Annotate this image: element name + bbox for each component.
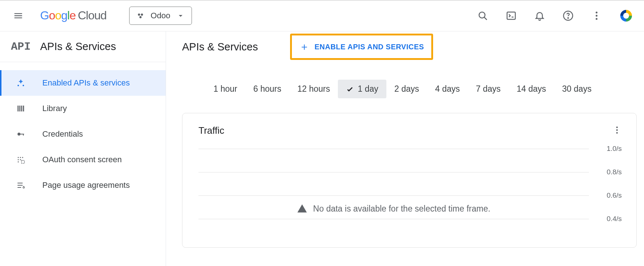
svg-point-32: [616, 126, 618, 128]
time-range-7days[interactable]: 7 days: [468, 80, 509, 98]
google-cloud-logo[interactable]: Google Cloud: [40, 9, 107, 22]
svg-rect-14: [18, 106, 19, 111]
svg-point-12: [18, 85, 19, 86]
svg-point-11: [623, 13, 629, 19]
card-title: Traffic: [198, 125, 612, 136]
warning-icon: [297, 204, 307, 214]
sidebar-section-title: APIs & Services: [40, 41, 116, 53]
check-icon: [346, 85, 354, 93]
topbar-actions: [476, 8, 634, 23]
sidebar-item-library[interactable]: Library: [0, 96, 166, 121]
more-button[interactable]: [590, 9, 603, 22]
page-title: APIs & Services: [182, 41, 258, 53]
consent-screen-icon: [15, 155, 26, 164]
svg-point-34: [616, 132, 618, 133]
svg-point-3: [479, 12, 485, 18]
plus-icon: ＋: [299, 40, 309, 54]
enable-apis-button[interactable]: ＋ ENABLE APIS AND SERVICES: [290, 34, 433, 60]
cloud-shell-icon: [506, 10, 517, 21]
y-tick: 0.6/s: [607, 191, 622, 200]
time-range-selector: 1 hour 6 hours 12 hours 1 day 2 days 4 d…: [182, 80, 637, 98]
time-range-2days[interactable]: 2 days: [386, 80, 427, 98]
y-tick: 1.0/s: [607, 145, 622, 153]
svg-point-1: [141, 14, 143, 16]
traffic-chart: 1.0/s 0.8/s 0.6/s 0.4/s No data is avail…: [198, 149, 622, 244]
time-range-1hour[interactable]: 1 hour: [205, 80, 245, 98]
chevron-down-icon: [176, 11, 185, 20]
svg-point-22: [18, 159, 19, 160]
svg-rect-15: [19, 106, 20, 111]
enable-apis-label: ENABLE APIS AND SERVICES: [315, 43, 424, 51]
project-picker[interactable]: Odoo: [129, 7, 192, 25]
sidebar-item-credentials[interactable]: Credentials: [0, 121, 166, 147]
no-data-text: No data is available for the selected ti…: [313, 204, 490, 214]
sidebar-item-enabled-apis[interactable]: Enabled APIs & services: [0, 70, 166, 96]
time-range-1day[interactable]: 1 day: [338, 80, 386, 98]
svg-rect-29: [18, 185, 23, 186]
svg-point-25: [20, 159, 21, 160]
svg-point-23: [18, 162, 19, 163]
svg-point-9: [596, 15, 598, 16]
svg-point-8: [596, 11, 598, 13]
svg-point-13: [23, 85, 24, 86]
svg-point-0: [138, 14, 140, 16]
svg-point-18: [18, 133, 20, 136]
svg-rect-28: [18, 183, 23, 183]
sidebar-item-label: Credentials: [42, 129, 83, 139]
top-bar: Google Cloud Odoo: [0, 0, 644, 31]
sidebar-item-oauth-consent[interactable]: OAuth consent screen: [0, 147, 166, 172]
time-range-30days[interactable]: 30 days: [554, 80, 600, 98]
sidebar-item-page-usage-agreements[interactable]: Page usage agreements: [0, 172, 166, 198]
enabled-apis-icon: [15, 79, 26, 87]
search-button[interactable]: [476, 9, 489, 22]
svg-rect-20: [23, 134, 24, 136]
svg-point-7: [568, 18, 568, 18]
agreements-icon: [15, 181, 26, 190]
svg-point-26: [22, 157, 23, 158]
svg-rect-30: [18, 187, 21, 188]
hamburger-menu-button[interactable]: [10, 8, 26, 24]
sidebar: API APIs & Services Enabled APIs & servi…: [0, 31, 166, 266]
traffic-card: Traffic 1.0/s 0.8/s 0.6/s 0.4/s No data …: [182, 113, 637, 248]
svg-rect-27: [22, 160, 24, 163]
bell-icon: [534, 10, 545, 21]
svg-rect-16: [21, 106, 22, 111]
more-vert-icon: [591, 10, 602, 21]
notifications-button[interactable]: [533, 9, 546, 22]
y-tick: 0.8/s: [607, 168, 622, 176]
sidebar-section-header[interactable]: API APIs & Services: [0, 31, 166, 62]
no-data-message: No data is available for the selected ti…: [198, 204, 589, 214]
sidebar-item-label: Enabled APIs & services: [42, 78, 130, 88]
help-icon: [563, 10, 574, 21]
svg-line-4: [484, 17, 487, 20]
library-icon: [15, 104, 26, 113]
project-name: Odoo: [151, 11, 170, 20]
search-icon: [477, 10, 488, 21]
y-tick: 0.4/s: [607, 215, 622, 223]
logo-cloud-text: Cloud: [78, 9, 107, 22]
svg-point-33: [616, 129, 618, 130]
account-avatar[interactable]: [618, 8, 634, 23]
svg-point-31: [23, 187, 24, 188]
time-range-6hours[interactable]: 6 hours: [245, 80, 289, 98]
time-range-4days[interactable]: 4 days: [427, 80, 468, 98]
svg-point-24: [20, 157, 21, 158]
time-range-12hours[interactable]: 12 hours: [289, 80, 338, 98]
sidebar-item-label: Page usage agreements: [42, 180, 130, 190]
help-button[interactable]: [562, 9, 575, 22]
sidebar-item-label: Library: [42, 104, 67, 113]
more-vert-icon: [612, 125, 622, 135]
svg-point-10: [596, 18, 598, 20]
card-menu-button[interactable]: [612, 125, 622, 136]
menu-icon: [13, 11, 23, 21]
cloud-shell-button[interactable]: [505, 9, 518, 22]
project-icon: [136, 11, 145, 20]
main-content: APIs & Services ＋ ENABLE APIS AND SERVIC…: [166, 31, 644, 266]
api-icon: API: [11, 41, 31, 53]
sidebar-item-label: OAuth consent screen: [42, 155, 122, 164]
svg-point-21: [18, 157, 19, 158]
time-range-14days[interactable]: 14 days: [509, 80, 554, 98]
svg-rect-17: [23, 106, 24, 111]
time-range-label: 1 day: [358, 84, 378, 94]
key-icon: [15, 130, 26, 138]
